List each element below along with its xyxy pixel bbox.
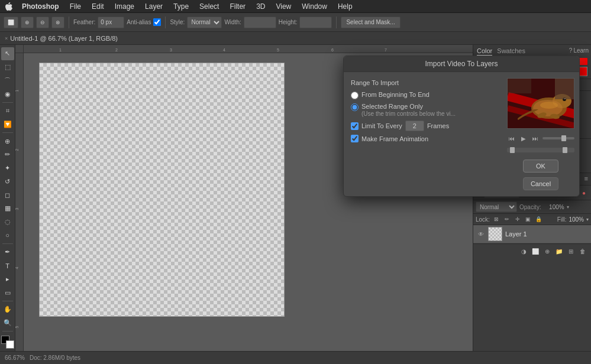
width-label: Width: [224, 19, 241, 25]
new-selection-btn[interactable]: ⬜ [4, 17, 18, 28]
type-tool[interactable]: T [1, 259, 14, 272]
move-tool[interactable]: ↖ [1, 47, 14, 60]
filter-toggle-btn[interactable]: ● [579, 188, 589, 197]
video-progress-handle[interactable] [561, 135, 566, 141]
clone-stamp-tool[interactable]: ✦ [1, 162, 14, 175]
dialog-body: Range To Import From Beginning To End Se… [344, 72, 579, 196]
video-progress-bar[interactable] [542, 137, 574, 139]
fill-label: Fill: [557, 216, 567, 223]
cancel-button[interactable]: Cancel [523, 177, 558, 190]
make-animation-checkbox[interactable] [351, 135, 359, 142]
radio-selected-range-row: Selected Range Only (Use the trim contro… [351, 103, 495, 117]
menu-help[interactable]: Help [334, 1, 357, 12]
vid-play-btn[interactable]: ▶ [519, 134, 528, 143]
limit-checkbox[interactable] [351, 122, 359, 130]
healing-brush-tool[interactable]: ⊕ [1, 135, 14, 148]
tab-color[interactable]: Color [477, 47, 492, 56]
radio-selected-range[interactable] [351, 103, 359, 111]
layer-item-1[interactable]: 👁 Layer 1 [473, 225, 591, 243]
fill-chevron[interactable]: ▾ [586, 217, 589, 222]
anti-alias-checkbox[interactable] [153, 18, 161, 26]
lock-label: Lock: [476, 216, 490, 223]
limit-value-input[interactable] [405, 121, 424, 131]
add-group-btn[interactable]: 📁 [554, 246, 564, 256]
lock-position-btn[interactable]: ✛ [514, 215, 522, 223]
color-swatches[interactable] [1, 336, 14, 349]
dodge-tool[interactable]: ○ [1, 229, 14, 242]
menu-filter[interactable]: Filter [225, 1, 250, 12]
height-input[interactable] [299, 17, 332, 28]
opacity-chevron[interactable]: ▾ [567, 204, 569, 210]
crop-tool[interactable]: ⌗ [1, 105, 14, 118]
add-selection-btn[interactable]: ⊕ [21, 17, 34, 28]
tool-separator-5 [2, 331, 13, 332]
trim-bar [507, 148, 574, 152]
toolbar-separator-3 [336, 17, 337, 28]
toolbar-separator-2 [165, 17, 166, 28]
blur-tool[interactable]: ◌ [1, 216, 14, 229]
menu-type[interactable]: Type [169, 1, 193, 12]
menu-layer[interactable]: Layer [141, 1, 167, 12]
tab-title: Untitled-1 @ 66.7% (Layer 1, RGB/8) [10, 35, 118, 42]
gradient-tool[interactable]: ▦ [1, 202, 14, 215]
tab-swatches[interactable]: Swatches [497, 47, 525, 56]
radio-from-beginning[interactable] [351, 92, 359, 99]
menu-3d[interactable]: 3D [252, 1, 269, 12]
dialog-range-title: Range To Import [351, 79, 495, 86]
style-label: Style: [170, 19, 185, 25]
tab-close-btn[interactable]: × [5, 35, 8, 41]
lock-transparent-btn[interactable]: ⊠ [492, 215, 500, 223]
menu-file[interactable]: File [66, 1, 85, 12]
intersect-selection-btn[interactable]: ⊗ [51, 17, 64, 28]
limit-label: Limit To Every [361, 122, 402, 129]
vid-prev-frame-btn[interactable]: ⏮ [507, 134, 516, 143]
menu-edit[interactable]: Edit [88, 1, 108, 12]
layers-panel-menu-btn[interactable]: ≡ [582, 173, 591, 185]
fill-value: 100% [569, 216, 584, 223]
eyedropper-tool[interactable]: 🔽 [1, 118, 14, 131]
tool-separator-4 [2, 301, 13, 301]
quick-select-tool[interactable]: ◉ [1, 87, 14, 100]
layer-name: Layer 1 [505, 230, 527, 238]
learn-button[interactable]: ? Learn [569, 47, 589, 54]
vid-next-frame-btn[interactable]: ⏭ [531, 134, 540, 143]
menu-image[interactable]: Image [111, 1, 138, 12]
radio-from-beginning-row: From Beginning To End [351, 91, 495, 99]
select-mask-btn[interactable]: Select and Mask... [341, 17, 400, 28]
feather-input[interactable] [98, 17, 124, 28]
lasso-tool[interactable]: ⌒ [1, 74, 14, 87]
blend-mode-select[interactable]: Normal [476, 202, 517, 212]
lock-all-btn[interactable]: 🔒 [535, 215, 543, 223]
brush-tool[interactable]: ✏ [1, 148, 14, 161]
lock-paint-btn[interactable]: ✏ [503, 215, 511, 223]
menu-photoshop[interactable]: Photoshop [18, 1, 63, 12]
menu-window[interactable]: Window [298, 1, 331, 12]
delete-layer-btn[interactable]: 🗑 [578, 246, 587, 256]
add-mask-btn[interactable]: ⬜ [531, 246, 540, 256]
style-select[interactable]: Normal [187, 17, 222, 28]
menu-view[interactable]: View [272, 1, 295, 12]
hand-tool[interactable]: ✋ [1, 303, 14, 316]
tabbar: × Untitled-1 @ 66.7% (Layer 1, RGB/8) [0, 32, 591, 45]
subtract-selection-btn[interactable]: ⊖ [36, 17, 49, 28]
layer-visibility-toggle[interactable]: 👁 [477, 230, 485, 238]
ok-button[interactable]: OK [523, 160, 558, 173]
history-brush-tool[interactable]: ↺ [1, 175, 14, 188]
eraser-tool[interactable]: ◻ [1, 188, 14, 202]
tool-separator-1 [2, 102, 13, 103]
lock-artboard-btn[interactable]: ▣ [524, 215, 532, 223]
path-selection-tool[interactable]: ▸ [1, 272, 14, 285]
feather-label: Feather: [73, 19, 95, 25]
tool-separator-3 [2, 243, 13, 244]
marquee-tool[interactable]: ⬚ [1, 61, 14, 74]
menu-select[interactable]: Select [195, 1, 223, 12]
zoom-tool[interactable]: 🔍 [1, 317, 14, 330]
pen-tool[interactable]: ✒ [1, 246, 14, 259]
add-layer-btn[interactable]: ⊞ [566, 246, 576, 256]
trim-left-handle[interactable] [510, 147, 515, 153]
width-input[interactable] [244, 17, 276, 28]
add-adjustment-btn[interactable]: ◑ [519, 246, 528, 256]
trim-right-handle[interactable] [563, 147, 567, 153]
shape-tool[interactable]: ▭ [1, 286, 14, 299]
add-layer-style-btn[interactable]: ⊕ [542, 246, 552, 256]
